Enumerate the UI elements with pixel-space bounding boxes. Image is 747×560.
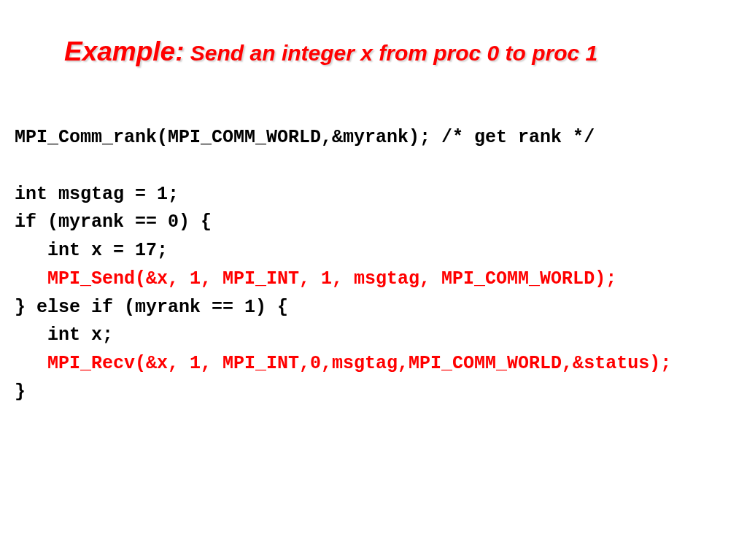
- slide-content: Example: Send an integer x from proc 0 t…: [0, 0, 747, 421]
- code-line-9: }: [15, 381, 26, 402]
- code-line-7: int x;: [15, 324, 113, 346]
- code-line-5-mpi-send: MPI_Send(&x, 1, MPI_INT, 1, msgtag, MPI_…: [15, 268, 616, 289]
- code-line-4: int x = 17;: [15, 240, 168, 261]
- code-line-2: int msgtag = 1;: [15, 184, 179, 205]
- code-line-3: if (myrank == 0) {: [15, 211, 212, 233]
- title-label: Example:: [64, 36, 185, 66]
- code-line-8-mpi-recv: MPI_Recv(&x, 1, MPI_INT,0,msgtag,MPI_COM…: [15, 353, 671, 374]
- slide-title: Example: Send an integer x from proc 0 t…: [64, 36, 732, 67]
- code-line-6: } else if (myrank == 1) {: [15, 297, 288, 318]
- code-block: MPI_Comm_rank(MPI_COMM_WORLD,&myrank); /…: [15, 124, 732, 407]
- title-description: Send an integer x from proc 0 to proc 1: [185, 41, 598, 65]
- code-line-1: MPI_Comm_rank(MPI_COMM_WORLD,&myrank); /…: [15, 127, 595, 148]
